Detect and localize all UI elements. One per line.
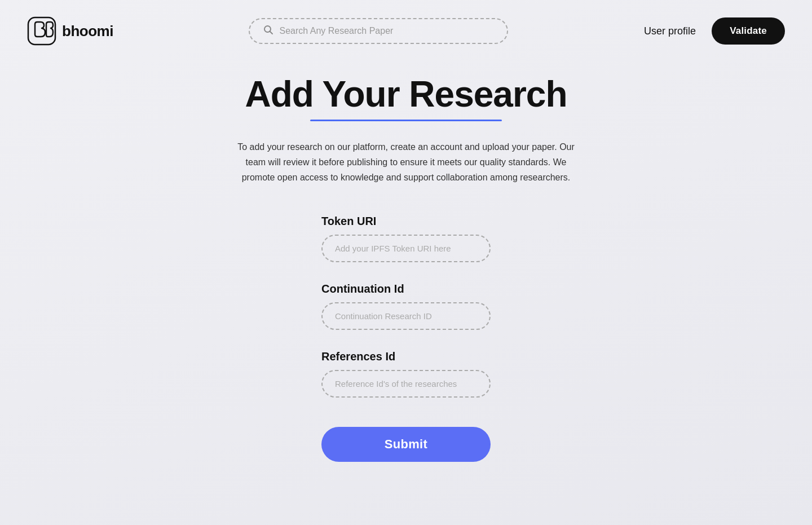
page-description: To add your research on our platform, cr… [237,139,575,186]
page-title: Add Your Research [245,73,567,115]
svg-line-2 [270,32,273,34]
logo[interactable]: bhoomi [27,16,113,46]
search-icon [263,25,273,37]
references-id-label: References Id [321,350,491,363]
token-uri-label: Token URI [321,215,491,228]
logo-text: bhoomi [62,23,113,40]
title-underline [310,120,502,121]
header-right: User profile Validate [644,17,785,45]
logo-icon [27,16,56,46]
validate-button[interactable]: Validate [712,17,785,45]
search-input[interactable] [279,26,493,36]
search-bar[interactable] [249,18,508,44]
token-uri-field-group: Token URI [321,215,491,262]
continuation-id-label: Continuation Id [321,283,491,295]
references-id-field-group: References Id [321,350,491,398]
user-profile-link[interactable]: User profile [644,25,696,37]
continuation-id-field-group: Continuation Id [321,283,491,330]
submit-button[interactable]: Submit [321,427,491,462]
references-id-input[interactable] [321,370,491,398]
add-research-form: Token URI Continuation Id References Id … [321,215,491,462]
token-uri-input[interactable] [321,235,491,262]
continuation-id-input[interactable] [321,302,491,330]
